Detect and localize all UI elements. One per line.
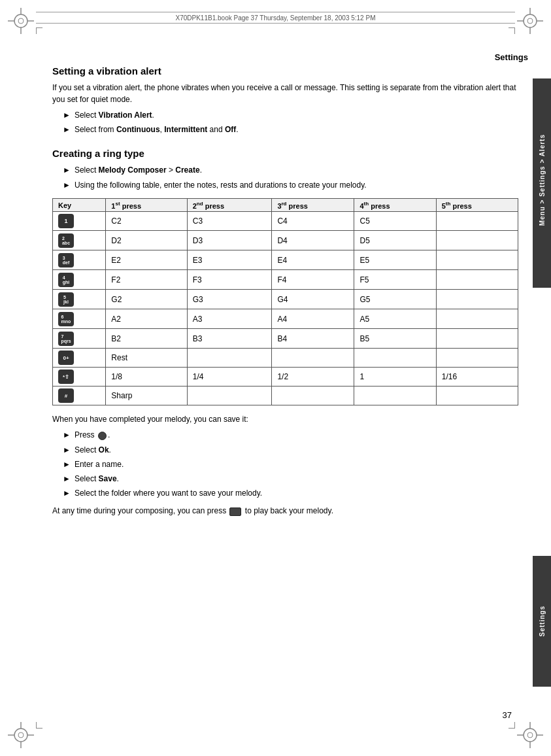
footer-text: At any time during your composing, you c… bbox=[52, 505, 518, 517]
bullet-arrow-4: ► bbox=[63, 179, 71, 192]
bullet-arrow-7: ► bbox=[63, 458, 71, 471]
svg-point-13 bbox=[18, 732, 24, 738]
table-cell bbox=[436, 387, 518, 405]
vibration-bullet-1: ► Select Vibration Alert. bbox=[63, 109, 518, 122]
inner-corner-tr bbox=[509, 27, 515, 34]
vibration-bullet-2: ► Select from Continuous, Intermittent a… bbox=[63, 124, 518, 136]
bullet-arrow-5: ► bbox=[63, 429, 71, 441]
save-bullet-press: ► Press . bbox=[63, 429, 518, 441]
table-cell-c3: C3 bbox=[187, 212, 272, 231]
table-cell: G2 bbox=[106, 290, 187, 309]
melody-table: Key 1st press 2nd press 3rd press 4th pr… bbox=[52, 198, 518, 406]
vibration-heading: Setting a vibration alert bbox=[52, 65, 518, 77]
table-cell bbox=[272, 349, 354, 368]
table-cell-sharp: Sharp bbox=[106, 387, 187, 405]
bullet-arrow-8: ► bbox=[63, 473, 71, 485]
table-cell: A2 bbox=[106, 309, 187, 329]
ring-type-bullet-2: ► Using the following table, enter the n… bbox=[63, 179, 518, 192]
sidebar-top-text: Menu > Settings > Alerts bbox=[539, 134, 546, 226]
table-cell bbox=[436, 250, 518, 270]
table-cell: 1/4 bbox=[187, 368, 272, 387]
bullet-arrow-9: ► bbox=[63, 487, 71, 500]
key-icon-0: 0+ bbox=[58, 351, 74, 365]
save-intro: When you have completed your melody, you… bbox=[52, 413, 518, 425]
table-cell: F3 bbox=[187, 270, 272, 290]
table-cell bbox=[436, 349, 518, 368]
svg-point-7 bbox=[527, 18, 533, 24]
table-cell: D3 bbox=[187, 231, 272, 250]
table-cell-key: 7pqrs bbox=[53, 329, 106, 349]
bullet-arrow-2: ► bbox=[63, 124, 71, 136]
corner-bottom-left bbox=[5, 719, 37, 751]
save-bullet-ok-text: Select Ok. bbox=[75, 444, 111, 456]
vibration-body: If you set a vibration alert, the phone … bbox=[52, 82, 518, 105]
table-cell: B3 bbox=[187, 329, 272, 349]
table-cell-rest: Rest bbox=[106, 349, 187, 368]
table-cell-key: 2abc bbox=[53, 231, 106, 250]
svg-point-6 bbox=[524, 14, 537, 27]
page-number: 37 bbox=[503, 710, 512, 720]
table-cell: G4 bbox=[272, 290, 354, 309]
table-cell-key: 5jkl bbox=[53, 290, 106, 309]
table-cell: D5 bbox=[354, 231, 436, 250]
header-bar: X70DPK11B1.book Page 37 Thursday, Septem… bbox=[36, 12, 515, 24]
inner-corner-br bbox=[509, 722, 515, 729]
table-cell-c6 bbox=[436, 212, 518, 231]
table-cell-c2: C2 bbox=[106, 212, 187, 231]
key-icon-3def: 3def bbox=[58, 253, 74, 267]
table-cell: 1/16 bbox=[436, 368, 518, 387]
table-header-key: Key bbox=[53, 198, 106, 212]
table-cell: 1/2 bbox=[272, 368, 354, 387]
key-icon-4ghi: 4ghi bbox=[58, 273, 74, 287]
table-cell-key: 6mno bbox=[53, 309, 106, 329]
table-cell: E4 bbox=[272, 250, 354, 270]
table-row: 5jkl G2 G3 G4 G5 bbox=[53, 290, 518, 309]
vibration-bullet-1-text: Select Vibration Alert. bbox=[75, 109, 154, 122]
table-header-2nd: 2nd press bbox=[187, 198, 272, 212]
table-cell-key: 4ghi bbox=[53, 270, 106, 290]
table-cell: D2 bbox=[106, 231, 187, 250]
save-bullet-name-text: Enter a name. bbox=[75, 458, 124, 471]
table-cell: 1 bbox=[354, 368, 436, 387]
table-cell bbox=[272, 387, 354, 405]
table-cell: A3 bbox=[187, 309, 272, 329]
key-icon-hash: # bbox=[58, 388, 74, 403]
table-cell: F2 bbox=[106, 270, 187, 290]
key-icon-6mno: 6mno bbox=[58, 312, 74, 326]
key-icon-1: 1 bbox=[58, 214, 74, 228]
table-cell: A5 bbox=[354, 309, 436, 329]
main-content: Setting a vibration alert If you set a v… bbox=[52, 65, 518, 704]
table-row: 7pqrs B2 B3 B4 B5 bbox=[53, 329, 518, 349]
table-cell bbox=[436, 329, 518, 349]
inline-button-play bbox=[229, 507, 241, 516]
save-bullet-folder-text: Select the folder where you want to save… bbox=[75, 487, 262, 500]
inner-corner-tl bbox=[36, 27, 42, 34]
table-header-5th: 5th press bbox=[436, 198, 518, 212]
svg-point-0 bbox=[14, 14, 27, 27]
inner-corner-bl bbox=[36, 722, 42, 729]
table-cell-key: *⇧ bbox=[53, 368, 106, 387]
sidebar-top: Menu > Settings > Alerts bbox=[533, 78, 551, 288]
corner-bottom-right bbox=[514, 719, 546, 751]
table-cell bbox=[436, 270, 518, 290]
key-icon-2abc: 2abc bbox=[58, 233, 74, 248]
svg-point-1 bbox=[18, 18, 24, 24]
svg-point-18 bbox=[524, 729, 537, 742]
table-cell bbox=[187, 387, 272, 405]
settings-label-top: Settings bbox=[495, 52, 528, 62]
key-icon-star: *⇧ bbox=[58, 369, 74, 384]
sidebar-bottom: Settings bbox=[533, 556, 551, 687]
corner-top-left bbox=[5, 5, 37, 37]
table-cell-c5: C5 bbox=[354, 212, 436, 231]
table-cell-key: 3def bbox=[53, 250, 106, 270]
table-cell: G5 bbox=[354, 290, 436, 309]
table-row: 3def E2 E3 E4 E5 bbox=[53, 250, 518, 270]
table-cell-key: 0+ bbox=[53, 349, 106, 368]
header-text: X70DPK11B1.book Page 37 Thursday, Septem… bbox=[176, 14, 376, 22]
save-bullet-save: ► Select Save. bbox=[63, 473, 518, 485]
save-bullet-ok: ► Select Ok. bbox=[63, 444, 518, 456]
table-header-4th: 4th press bbox=[354, 198, 436, 212]
table-header-1st: 1st press bbox=[106, 198, 187, 212]
save-bullet-name: ► Enter a name. bbox=[63, 458, 518, 471]
sidebar-bottom-text: Settings bbox=[539, 606, 546, 636]
